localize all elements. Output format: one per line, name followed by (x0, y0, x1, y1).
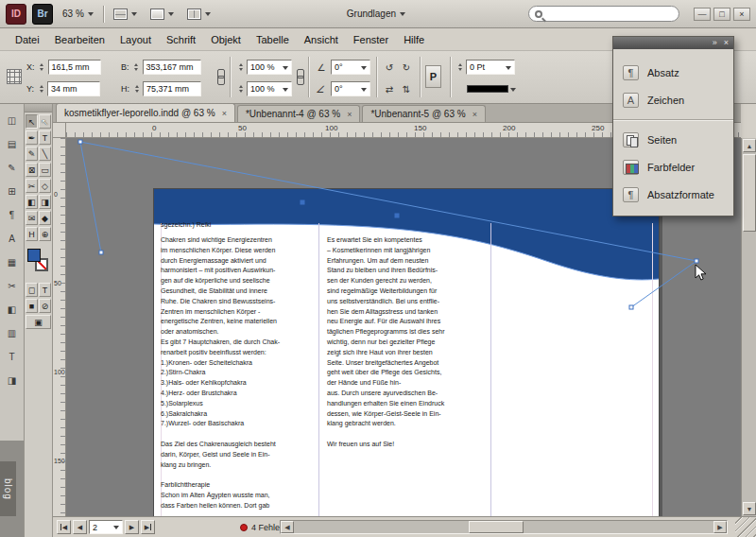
document-tab-unbenannt-4[interactable]: *Unbenannt-4 @ 63 % × (237, 105, 360, 122)
pen-tool[interactable]: ✒ (26, 130, 38, 145)
dock-panel-icon[interactable]: ▥ (3, 326, 22, 340)
shear-angle-field[interactable]: 0° (331, 81, 370, 96)
stroke-weight-stepper[interactable] (455, 60, 464, 75)
menu-bearbeiten[interactable]: Bearbeiten (47, 30, 112, 49)
scroll-down-button[interactable]: ▼ (743, 502, 756, 515)
bridge-button[interactable]: Br (32, 4, 53, 25)
scale-x-field[interactable]: 100 % (247, 60, 292, 75)
direct-selection-tool[interactable]: ↖ (39, 114, 51, 129)
constrain-dimensions-link-icon[interactable] (215, 69, 225, 86)
search-input[interactable] (547, 8, 676, 20)
eyedropper-tool[interactable]: ◆ (39, 211, 51, 225)
gradient-tool[interactable]: ◧ (26, 195, 38, 209)
tab-close-icon[interactable]: × (472, 110, 477, 119)
x-field[interactable]: 161,5 mm (48, 60, 101, 75)
ruler-origin-box[interactable] (53, 123, 66, 138)
menu-objekt[interactable]: Objekt (203, 30, 249, 49)
scroll-left-button[interactable]: ◀ (281, 521, 294, 533)
dock-panel-icon[interactable]: ◨ (3, 373, 22, 388)
stroke-weight-field[interactable]: 0 Pt (466, 60, 515, 75)
indesign-logo[interactable]: ID (6, 4, 26, 25)
stroke-style-preview[interactable] (467, 85, 508, 93)
panel-dock-header[interactable]: » × (613, 37, 733, 49)
text-frame-column-1[interactable]: Chakren sind wichtige Energiezentren im … (161, 235, 319, 511)
tools-panel-header[interactable] (25, 104, 52, 113)
minimize-button[interactable]: — (694, 8, 711, 21)
menu-ansicht[interactable]: Ansicht (297, 30, 346, 49)
y-stepper[interactable] (37, 81, 45, 96)
dock-panel-icon[interactable]: ◧ (3, 303, 22, 317)
first-page-button[interactable]: ◀ (57, 520, 71, 534)
dock-panel-icon[interactable]: ¶ (3, 208, 22, 222)
vertical-ruler[interactable]: 0 50 100 150 (53, 138, 66, 516)
fill-swatch[interactable] (27, 249, 41, 262)
reference-point-proxy[interactable] (7, 69, 22, 84)
formatting-affects-container-button[interactable]: ◻ (26, 283, 38, 297)
frame-tool[interactable]: ⊠ (26, 163, 38, 177)
menu-fenster[interactable]: Fenster (346, 30, 396, 49)
width-field[interactable]: 353,167 mm (143, 60, 201, 75)
window-resize-grip[interactable] (735, 517, 756, 537)
zoom-tool[interactable]: ⊕ (39, 227, 51, 241)
menu-layout[interactable]: Layout (112, 30, 159, 49)
document-tab-unbenannt-5[interactable]: *Unbenannt-5 @ 63 % × (362, 105, 485, 122)
expand-panels-icon[interactable]: » (713, 38, 717, 48)
dock-panel-icon[interactable]: A (3, 232, 22, 246)
tab-close-icon[interactable]: × (347, 110, 352, 119)
scroll-up-button[interactable]: ▲ (743, 139, 756, 152)
menu-schrift[interactable]: Schrift (159, 30, 203, 49)
panel-item-absatz[interactable]: ¶ Absatz (613, 59, 733, 86)
select-container-button[interactable]: P (425, 65, 441, 88)
dock-panel-icon[interactable]: ▤ (3, 137, 22, 151)
close-button[interactable]: × (733, 8, 750, 21)
workspace-switcher[interactable]: Grundlagen (343, 7, 409, 21)
dock-panel-icon[interactable]: T (3, 350, 22, 364)
panel-item-seiten[interactable]: Seiten (613, 126, 733, 153)
scale-x-stepper[interactable] (236, 60, 245, 75)
rotate-cw-button[interactable]: ↻ (399, 60, 414, 75)
text-frame-column-2[interactable]: Es erwartet Sie ein kompetentes – Kosmet… (327, 235, 484, 450)
view-options-button[interactable] (110, 7, 141, 22)
dock-panel-icon[interactable]: ▦ (3, 255, 22, 269)
formatting-affects-text-button[interactable]: T (39, 283, 51, 297)
screen-mode-button[interactable] (146, 7, 178, 22)
restore-button[interactable]: □ (713, 8, 730, 21)
scroll-right-button[interactable]: ▶ (713, 521, 727, 533)
scale-y-stepper[interactable] (236, 81, 245, 96)
dock-panel-icon[interactable]: ◫ (3, 113, 22, 128)
line-tool[interactable]: ╲ (39, 147, 51, 161)
menu-hilfe[interactable]: Hilfe (396, 30, 432, 49)
selection-tool[interactable]: ↖ (26, 114, 38, 129)
panel-item-farbfelder[interactable]: Farbfelder (613, 153, 733, 181)
scissors-tool[interactable]: ✂ (26, 179, 38, 193)
view-mode-button[interactable]: ▣ (26, 315, 51, 329)
pencil-tool[interactable]: ✎ (26, 147, 38, 161)
flip-vertical-button[interactable]: ⇅ (399, 81, 414, 96)
vertical-scrollbar[interactable]: ▲ ▼ (741, 138, 756, 516)
gradient-feather-tool[interactable]: ◨ (39, 195, 51, 209)
scale-y-field[interactable]: 100 % (247, 81, 292, 96)
width-stepper[interactable] (132, 60, 141, 75)
close-icon[interactable]: × (724, 38, 729, 48)
apply-color-button[interactable]: ■ (26, 299, 38, 313)
free-transform-tool[interactable]: ◇ (39, 179, 51, 193)
document-tab-kosmetikflyer[interactable]: kosmetikflyer-leporello.indd @ 63 % × (56, 103, 235, 122)
menu-datei[interactable]: Datei (8, 30, 47, 49)
horizontal-scroll-thumb[interactable] (469, 521, 524, 533)
hand-tool[interactable]: H (26, 227, 38, 241)
height-field[interactable]: 75,371 mm (143, 81, 201, 96)
rotation-angle-field[interactable]: 0° (331, 60, 370, 75)
rectangle-tool[interactable]: ▭ (39, 163, 51, 177)
x-stepper[interactable] (38, 60, 46, 75)
next-page-button[interactable]: ▶ (125, 520, 139, 534)
document-page[interactable]: sgezeichn.) Reiki Chakren sind wichtige … (154, 189, 659, 516)
type-tool[interactable]: T (39, 130, 51, 145)
rotate-ccw-button[interactable]: ↺ (382, 60, 397, 75)
panel-item-zeichen[interactable]: A Zeichen (613, 86, 733, 113)
text-frame-fragment[interactable]: sgezeichn.) Reiki (161, 220, 319, 231)
panel-item-absatzformate[interactable]: ¶ Absatzformate (613, 181, 733, 208)
height-stepper[interactable] (132, 81, 141, 96)
constrain-scale-link-icon[interactable] (295, 69, 304, 86)
arrange-documents-button[interactable] (183, 7, 215, 22)
menu-tabelle[interactable]: Tabelle (249, 30, 297, 49)
